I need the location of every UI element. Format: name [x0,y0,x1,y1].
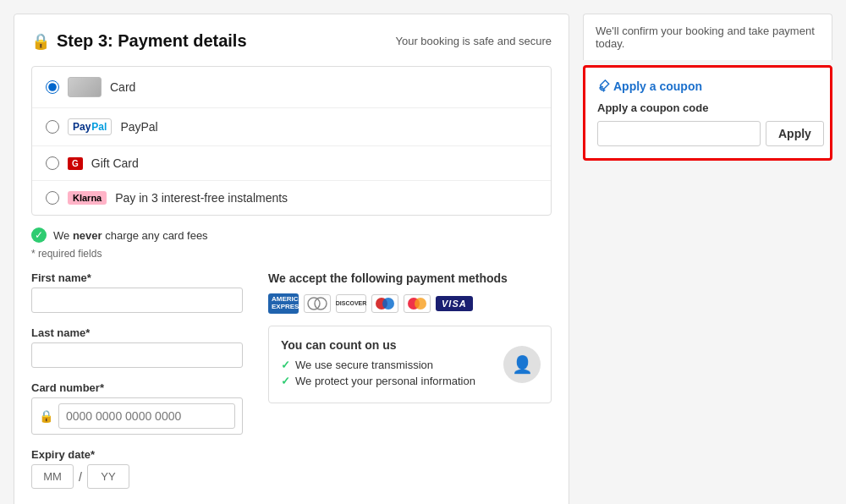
required-note: * required fields [31,248,552,260]
paypal-badge: PayPal [68,118,112,135]
last-name-label: Last name* [31,326,243,339]
no-fees-text: We never charge any card fees [53,229,208,242]
radio-klarna[interactable] [46,191,59,205]
payment-logos: AMERICANEXPRESS DISCOVER [268,293,552,314]
payment-option-klarna[interactable]: Klarna Pay in 3 interest-free instalment… [32,181,551,215]
last-name-group: Last name* [31,326,243,368]
trust-item-2-text: We protect your personal information [295,375,475,387]
payment-option-paypal[interactable]: PayPal PayPal [32,108,551,146]
klarna-label: Pay in 3 interest-free instalments [115,191,288,205]
expiry-yy[interactable]: YY [87,464,129,489]
trust-avatar: 👤 [503,346,541,383]
last-name-input[interactable] [31,342,243,368]
confirm-text: We'll confirm your booking and take paym… [596,25,815,50]
trust-box: You can count on us ✓ We use secure tran… [268,326,552,403]
coupon-box: 🏷 Apply a coupon Apply a coupon code App… [583,65,832,161]
check-icon: ✓ [31,227,47,243]
card-number-group: Card number* 🔒 [31,381,243,435]
klarna-badge: Klarna [68,191,107,205]
first-name-label: First name* [31,271,243,284]
form-right: We accept the following payment methods … [268,271,552,504]
expiry-mm[interactable]: MM [31,464,74,489]
form-grid: First name* Last name* Card number* 🔒 Ex… [31,271,552,504]
svg-point-0 [308,298,320,310]
lock-small-icon: 🔒 [39,409,53,423]
no-fees-row: ✓ We never charge any card fees [31,227,552,243]
apply-button[interactable]: Apply [766,121,824,146]
tag-icon: 🏷 [594,77,612,95]
maestro-badge [371,294,398,313]
coupon-input-row: Apply [597,121,818,146]
mastercard-badge [404,294,431,313]
trust-title: You can count on us [281,338,539,352]
apply-coupon-link-label: Apply a coupon [613,79,702,93]
page-wrapper: 🔒 Step 3: Payment details Your booking i… [0,0,846,504]
expiry-group: Expiry date* MM / YY [31,448,243,489]
visa-badge: VISA [436,296,473,311]
step-title: 🔒 Step 3: Payment details [31,31,247,51]
discover-badge: DISCOVER [336,294,366,313]
first-name-group: First name* [31,271,243,313]
first-name-input[interactable] [31,288,243,313]
paypal-label: PayPal [120,120,157,134]
step-title-text: Step 3: Payment details [57,31,247,51]
card-number-wrapper: 🔒 [31,397,243,435]
payment-option-card[interactable]: Card [32,67,551,108]
svg-point-1 [315,298,327,310]
radio-card[interactable] [46,80,59,94]
radio-paypal[interactable] [46,120,59,134]
apply-coupon-link[interactable]: 🏷 Apply a coupon [597,79,818,93]
coupon-code-label: Apply a coupon code [597,101,818,114]
diners-badge [304,294,331,313]
check-icon-trust-2: ✓ [281,375,290,387]
amex-badge: AMERICANEXPRESS [268,293,299,314]
main-panel: 🔒 Step 3: Payment details Your booking i… [14,14,569,504]
payment-option-gift-card[interactable]: G Gift Card [32,146,551,181]
form-left: First name* Last name* Card number* 🔒 Ex… [31,271,243,504]
trust-item-1: ✓ We use secure transmission [281,359,539,371]
check-icon-trust-1: ✓ [281,359,290,371]
booking-confirm-box: We'll confirm your booking and take paym… [583,14,832,60]
expiry-label: Expiry date* [31,448,243,461]
right-panel: We'll confirm your booking and take paym… [583,14,832,504]
lock-icon: 🔒 [31,32,50,51]
trust-item-1-text: We use secure transmission [295,359,433,371]
gift-card-label: Gift Card [91,156,139,170]
gift-card-badge: G [68,157,83,170]
expiry-slash: / [79,470,82,484]
step-header: 🔒 Step 3: Payment details Your booking i… [31,31,552,51]
coupon-input[interactable] [597,121,761,146]
payment-methods-title: We accept the following payment methods [268,271,552,285]
trust-item-2: ✓ We protect your personal information [281,375,539,387]
card-label: Card [110,80,135,94]
secure-text: Your booking is safe and secure [395,35,552,47]
card-icon [68,77,102,97]
card-number-input[interactable] [58,403,235,429]
radio-gift-card[interactable] [46,156,59,170]
payment-options-list: Card PayPal PayPal G Gift Card Klarna Pa… [31,66,552,216]
card-number-label: Card number* [31,381,243,394]
expiry-row: MM / YY [31,464,243,489]
